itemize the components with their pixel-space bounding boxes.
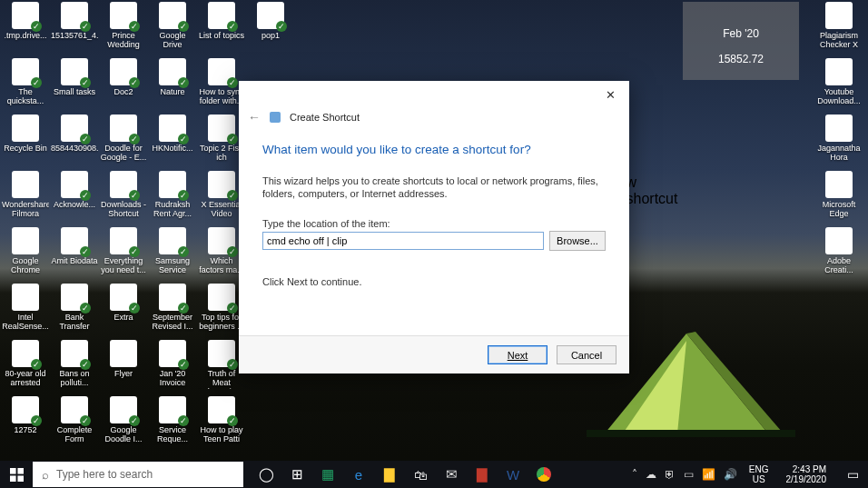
desktop-item-label: Youtube Download... [815, 87, 863, 107]
desktop-item[interactable]: How to play Teen Patti [198, 396, 245, 451]
file-icon [110, 227, 137, 254]
desktop-item[interactable]: .tmp.drive... [2, 2, 49, 56]
file-icon [159, 396, 186, 423]
desktop-item-label: Plagiarism Checker X [815, 31, 863, 51]
desktop-item-label: September Revised I... [149, 313, 196, 333]
file-icon [12, 58, 39, 85]
desktop-item[interactable]: Google Doodle I... [100, 396, 147, 451]
desktop-item-label: .tmp.drive... [2, 31, 49, 51]
desktop-item[interactable]: pop1 [247, 2, 294, 56]
desktop-item-label: HKNotific... [149, 144, 196, 164]
desktop-item[interactable]: Jagannatha Hora [815, 115, 863, 169]
desktop-item[interactable]: Jan '20 Invoice [149, 340, 196, 394]
desktop-item[interactable]: September Revised I... [149, 284, 196, 338]
action-center-icon[interactable]: ▭ [837, 461, 868, 488]
desktop-item[interactable]: Wondershare Filmora [2, 171, 49, 225]
desktop-item[interactable]: Doc2 [100, 58, 147, 113]
desktop-col-0: .tmp.drive...The quicksta...Recycle BinW… [2, 2, 49, 453]
desktop-item[interactable]: Google Drive [149, 2, 196, 56]
browse-button[interactable]: Browse... [549, 231, 606, 251]
file-icon [110, 396, 137, 423]
desktop-widget[interactable]: Feb '20 15852.72 [683, 2, 799, 80]
back-icon[interactable]: ← [248, 110, 261, 124]
desktop-item[interactable]: 12752 [2, 396, 49, 451]
desktop-item-label: Extra [100, 313, 147, 333]
desktop-item[interactable]: Adobe Creati... [815, 227, 863, 282]
cancel-button[interactable]: Cancel [557, 345, 616, 364]
desktop-item[interactable]: Bans on polluti... [51, 340, 98, 394]
cortana-icon[interactable]: ◯ [251, 461, 281, 488]
desktop-item[interactable]: Extra [100, 284, 147, 338]
file-icon [12, 115, 39, 142]
desktop-item[interactable]: Intel RealSense... [2, 284, 49, 338]
next-button[interactable]: Next [488, 345, 547, 364]
file-icon [110, 284, 137, 311]
file-icon [208, 171, 235, 198]
desktop-item[interactable]: Doodle for Google - E... [100, 115, 147, 169]
desktop-item[interactable]: Plagiarism Checker X [815, 2, 863, 56]
desktop-item[interactable]: Service Reque... [149, 396, 196, 451]
continue-hint: Click Next to continue. [262, 276, 606, 287]
desktop-col-3: Google DriveNatureHKNotific...Rudraksh R… [149, 2, 196, 453]
dialog-titlebar[interactable]: ✕ [239, 81, 629, 108]
desktop-item[interactable]: 80-year old arrested [2, 340, 49, 394]
desktop-item[interactable]: Amit Biodata [51, 227, 98, 282]
desktop-item[interactable]: The quicksta... [2, 58, 49, 113]
close-icon[interactable]: ✕ [591, 82, 629, 107]
security-icon[interactable]: ⛨ [665, 468, 676, 481]
battery-icon[interactable]: ▭ [684, 468, 694, 481]
desktop-item-w-shortcut[interactable]: w shortcut [628, 173, 676, 227]
desktop-item[interactable]: 8584430908... [51, 115, 98, 169]
start-button[interactable] [0, 461, 33, 488]
taskview-icon[interactable]: ⊞ [281, 461, 312, 488]
desktop-item[interactable]: Google Chrome [2, 227, 49, 282]
file-explorer-icon[interactable]: ▇ [374, 461, 405, 488]
desktop-item[interactable]: Small tasks [51, 58, 98, 113]
system-tray[interactable]: ˄ ☁ ⛨ ▭ 📶 🔊 ENGUS 2:43 PM2/19/2020 [626, 464, 837, 484]
desktop-item-label: 15135761_4... [51, 31, 98, 51]
desktop-item[interactable]: Everything you need t... [100, 227, 147, 282]
mail-icon[interactable]: ✉ [436, 461, 467, 488]
language-indicator[interactable]: ENGUS [745, 464, 773, 484]
desktop-item[interactable]: Flyer [100, 340, 147, 394]
wifi-icon[interactable]: 📶 [702, 468, 715, 481]
svg-rect-4 [10, 468, 16, 474]
onedrive-icon[interactable]: ☁ [646, 468, 656, 481]
desktop-item[interactable]: Prince Wedding [100, 2, 147, 56]
edge-icon[interactable]: e [343, 461, 374, 488]
file-icon [61, 396, 88, 423]
file-icon [825, 171, 853, 198]
volume-icon[interactable]: 🔊 [724, 468, 737, 481]
desktop-item[interactable]: Recycle Bin [2, 115, 49, 169]
app-icon[interactable]: ▇ [467, 461, 498, 488]
desktop-item[interactable]: Complete Form [51, 396, 98, 451]
desktop-item-label: 8584430908... [51, 144, 98, 164]
word-icon[interactable]: W [498, 461, 528, 488]
desktop-item[interactable]: 15135761_4... [51, 2, 98, 56]
chrome-icon[interactable] [528, 461, 559, 488]
desktop-item[interactable]: Acknowle... [51, 171, 98, 225]
search-input[interactable]: ⌕ Type here to search [33, 462, 243, 487]
file-icon [110, 171, 137, 198]
desktop-item[interactable]: Microsoft Edge [815, 171, 863, 225]
desktop-item[interactable]: Youtube Download... [815, 58, 863, 113]
desktop-item[interactable]: Bank Transfer WSA [51, 284, 98, 338]
excel-icon[interactable]: ▦ [312, 461, 343, 488]
desktop-item[interactable]: Samsung Service [149, 227, 196, 282]
clock[interactable]: 2:43 PM2/19/2020 [781, 464, 833, 484]
file-icon [825, 2, 853, 29]
desktop-item[interactable]: Rudraksh Rent Agr... [149, 171, 196, 225]
taskbar[interactable]: ⌕ Type here to search ◯ ⊞ ▦ e ▇ 🛍 ✉ ▇ W … [0, 461, 868, 488]
file-icon [159, 2, 186, 29]
desktop-item-label: Google Drive [149, 31, 196, 51]
store-icon[interactable]: 🛍 [405, 461, 436, 488]
dialog-title: Create Shortcut [290, 112, 360, 123]
desktop-item[interactable]: Downloads - Shortcut [100, 171, 147, 225]
desktop-item[interactable]: Nature [149, 58, 196, 113]
search-placeholder: Type here to search [56, 468, 153, 481]
desktop-item[interactable]: List of topics [198, 2, 245, 56]
tray-chevron-icon[interactable]: ˄ [632, 468, 637, 481]
desktop-col-2: Prince WeddingDoc2Doodle for Google - E.… [100, 2, 147, 453]
location-input[interactable] [262, 232, 544, 250]
desktop-item[interactable]: HKNotific... [149, 115, 196, 169]
